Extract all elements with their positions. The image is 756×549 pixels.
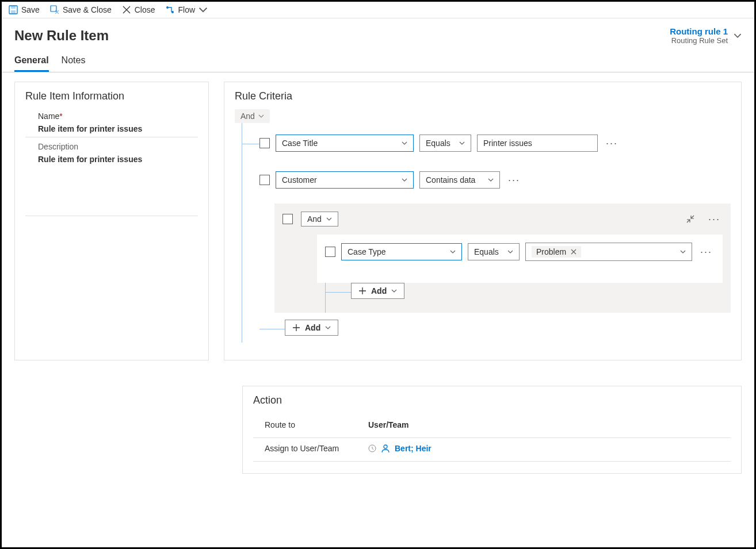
flow-button[interactable]: Flow	[166, 5, 208, 14]
save-close-label: Save & Close	[63, 5, 112, 14]
tab-notes[interactable]: Notes	[62, 55, 86, 72]
close-label: Close	[135, 5, 155, 14]
flow-label: Flow	[178, 5, 196, 14]
flow-icon	[166, 5, 175, 14]
collapse-icon[interactable]	[686, 215, 694, 223]
main-content: Rule Item Information Name* Rule item fo…	[2, 72, 754, 370]
chevron-down-icon[interactable]	[734, 32, 742, 40]
nested-connector: Add	[325, 283, 723, 313]
chevron-down-icon	[488, 177, 494, 183]
row-checkbox[interactable]	[325, 247, 335, 257]
operator-value: Equals	[426, 139, 450, 148]
close-icon	[122, 5, 131, 14]
remove-tag-icon[interactable]	[571, 249, 576, 255]
name-value: Rule item for printer issues	[38, 124, 198, 133]
nested-add-button[interactable]: Add	[351, 283, 404, 299]
add-label: Add	[371, 286, 387, 295]
name-field[interactable]: Name* Rule item for printer issues	[25, 110, 198, 137]
action-panel: Action Route to User/Team Assign to User…	[242, 386, 742, 474]
save-close-icon	[50, 5, 59, 14]
row-more-icon[interactable]: ···	[506, 174, 522, 186]
save-label: Save	[21, 5, 40, 14]
chevron-down-icon	[391, 288, 397, 294]
group-more-icon[interactable]: ···	[706, 213, 723, 225]
page-title: New Rule Item	[14, 28, 109, 44]
chevron-down-icon	[507, 249, 513, 255]
svg-rect-1	[11, 6, 16, 9]
routing-rule-link[interactable]: Routing rule 1	[670, 26, 728, 36]
root-add-row: Add	[259, 320, 731, 343]
close-button[interactable]: Close	[122, 5, 155, 14]
rule-info-panel: Rule Item Information Name* Rule item fo…	[14, 82, 209, 360]
description-field[interactable]: Description Rule item for printer issues	[25, 141, 198, 216]
header-related[interactable]: Routing rule 1 Routing Rule Set	[670, 26, 742, 45]
chevron-down-icon	[459, 140, 465, 146]
assigned-user-link[interactable]: Bert; Heir	[395, 444, 432, 453]
rule-info-title: Rule Item Information	[25, 90, 198, 102]
row-checkbox[interactable]	[259, 138, 270, 148]
operator-value: Equals	[474, 247, 499, 256]
field-select[interactable]: Case Type	[341, 243, 462, 260]
operator-select[interactable]: Equals	[468, 243, 520, 260]
field-value: Customer	[282, 175, 317, 185]
svg-rect-2	[11, 10, 16, 13]
and-label: And	[240, 112, 255, 121]
row-more-icon[interactable]: ···	[698, 246, 715, 258]
save-button[interactable]: Save	[9, 5, 40, 14]
criteria-row: Customer Contains data ···	[259, 171, 731, 189]
description-value: Rule item for printer issues	[38, 155, 198, 164]
rule-criteria-title: Rule Criteria	[235, 90, 731, 102]
svg-point-4	[166, 6, 169, 9]
criteria-connector: Case Title Equals Printer issues ··· Cus…	[242, 123, 731, 343]
row-more-icon[interactable]: ···	[604, 137, 620, 149]
description-label: Description	[38, 142, 198, 151]
person-icon	[381, 444, 390, 453]
row-checkbox[interactable]	[259, 175, 270, 185]
chevron-down-icon	[258, 113, 264, 119]
and-label: And	[307, 214, 322, 224]
field-value: Case Title	[282, 139, 318, 148]
save-close-button[interactable]: Save & Close	[50, 5, 112, 14]
assigned-user: Bert; Heir	[368, 444, 432, 453]
plus-icon	[292, 324, 300, 332]
nested-and-operator[interactable]: And	[301, 212, 338, 226]
field-select[interactable]: Customer	[276, 171, 414, 189]
field-select[interactable]: Case Title	[276, 135, 414, 152]
field-value: Case Type	[348, 247, 386, 256]
save-icon	[9, 5, 18, 14]
add-button[interactable]: Add	[285, 320, 338, 336]
nested-group: And ··· Case Type	[274, 204, 731, 313]
value-select[interactable]: Problem	[525, 243, 692, 261]
plus-icon	[358, 287, 366, 295]
chevron-down-icon	[402, 177, 407, 183]
value-input[interactable]: Printer issues	[477, 135, 598, 152]
nested-checkbox[interactable]	[282, 214, 293, 224]
nested-header: And ···	[282, 212, 723, 226]
required-indicator: *	[59, 112, 62, 121]
command-bar: Save Save & Close Close Flow	[2, 2, 754, 18]
route-to-label: Route to	[265, 420, 368, 429]
value-text: Printer issues	[483, 139, 532, 148]
action-title: Action	[253, 394, 731, 406]
svg-point-7	[384, 445, 387, 448]
tag-text: Problem	[536, 247, 566, 256]
operator-select[interactable]: Equals	[419, 135, 471, 152]
route-to-row[interactable]: Route to User/Team	[253, 414, 731, 438]
route-to-value: User/Team	[368, 420, 409, 429]
nested-criteria-row: Case Type Equals Problem	[317, 235, 723, 283]
assign-to-row[interactable]: Assign to User/Team Bert; Heir	[253, 438, 731, 462]
operator-select[interactable]: Contains data	[419, 171, 500, 189]
chevron-down-icon	[198, 5, 208, 14]
criteria-row: Case Title Equals Printer issues ···	[259, 135, 731, 152]
name-label: Name	[38, 112, 59, 121]
operator-value: Contains data	[426, 175, 475, 185]
root-and-operator[interactable]: And	[235, 109, 270, 123]
chevron-down-icon	[450, 249, 456, 255]
add-label: Add	[305, 323, 320, 332]
chevron-down-icon	[325, 325, 331, 331]
assign-label: Assign to User/Team	[265, 444, 368, 453]
tab-general[interactable]: General	[14, 55, 49, 72]
chevron-down-icon	[326, 216, 332, 222]
chevron-down-icon	[680, 249, 686, 255]
value-tag[interactable]: Problem	[532, 246, 581, 258]
